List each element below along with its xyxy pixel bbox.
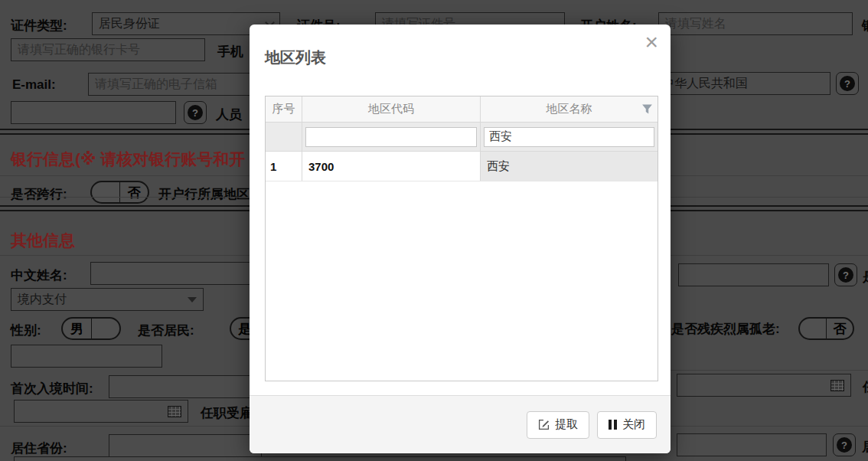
nationality-help-button[interactable]: ?: [836, 72, 859, 95]
toggle-empty-cell: [91, 319, 120, 338]
province-input[interactable]: [109, 434, 262, 457]
disabled-elder-toggle[interactable]: 否: [798, 317, 854, 340]
table-row[interactable]: 1 3700 西安: [266, 152, 658, 181]
name-filter-input[interactable]: [484, 127, 654, 147]
province-field-wrap: [109, 434, 262, 457]
edit-icon: [538, 419, 550, 430]
misc-field-wrap: [11, 101, 176, 124]
toggle-empty-cell: [800, 319, 826, 338]
header-no: 序号: [266, 96, 302, 122]
modal-footer: 提取 关闭: [250, 395, 671, 453]
mobile-label: 手机: [217, 43, 243, 60]
payment-method-select[interactable]: 境内支付: [11, 288, 204, 311]
question-icon: ?: [840, 76, 855, 91]
misc-help-button[interactable]: ?: [184, 101, 207, 124]
id-type-label: 证件类型:: [11, 17, 67, 34]
date-input[interactable]: [14, 400, 188, 423]
bank-section-title: 银行信息(※ 请核对银行账号和开: [11, 149, 245, 170]
province-label: 居住省份:: [11, 440, 67, 457]
toggle-value: 否: [119, 182, 148, 202]
modal-title: 地区列表: [265, 47, 326, 68]
toggle-value: 男: [63, 319, 91, 338]
bank-region-label: 开户行所属地区: [158, 185, 250, 203]
id-type-value: 居民身份证: [99, 16, 160, 32]
filter-name-cell: [481, 123, 658, 151]
extract-button-label: 提取: [555, 417, 578, 432]
question-icon: ?: [837, 437, 852, 453]
row11-field-wrap: [11, 345, 162, 368]
account-name-input[interactable]: [658, 12, 853, 35]
header-name-label: 地区名称: [547, 102, 592, 116]
clipped-label-row12: 任: [863, 378, 868, 396]
account-name-field-wrap: [658, 12, 853, 35]
header-name: 地区名称: [481, 96, 658, 122]
dropdown-arrow-icon: [188, 297, 197, 302]
right-field-wrap: [678, 263, 829, 286]
close-icon[interactable]: ×: [644, 31, 658, 54]
right-row8-input[interactable]: [678, 263, 829, 286]
email-label: E-mail:: [12, 77, 56, 93]
misc-input[interactable]: [11, 101, 176, 124]
row-code-cell[interactable]: 3700: [302, 152, 481, 181]
table-header-row: 序号 地区代码 地区名称: [266, 96, 658, 123]
calendar-icon[interactable]: [830, 380, 844, 391]
calendar-icon[interactable]: [168, 406, 181, 417]
row11-input[interactable]: [11, 345, 162, 368]
close-button-label: 关闭: [622, 417, 645, 432]
filter-code-cell: [302, 123, 481, 151]
table-filter-row: [266, 123, 658, 152]
clipped-label-row1: 银: [862, 17, 868, 34]
gender-toggle[interactable]: 男: [61, 317, 121, 340]
row-name-cell[interactable]: 西安: [481, 152, 658, 181]
resident-label: 是否居民:: [138, 322, 194, 339]
bank-card-field-wrap: [11, 38, 205, 61]
clipped-label-row14: 居: [862, 438, 868, 456]
cross-bank-label: 是否跨行:: [11, 185, 67, 203]
chinese-name-label: 中文姓名:: [11, 266, 67, 284]
toggle-empty-cell: [92, 182, 119, 202]
disabled-elder-label: 是否残疾烈属孤老:: [671, 320, 780, 338]
divider: [671, 370, 868, 371]
row8-help-button[interactable]: ?: [834, 263, 857, 286]
filter-funnel-icon[interactable]: [641, 103, 653, 117]
right-date-input[interactable]: [677, 374, 851, 397]
province-help-button[interactable]: ?: [833, 433, 856, 456]
question-icon: ?: [838, 267, 853, 283]
region-list-modal: 地区列表 × 序号 地区代码 地区名称: [250, 25, 671, 453]
cross-bank-toggle[interactable]: 否: [90, 181, 149, 204]
first-entry-label: 首次入境时间:: [11, 380, 93, 397]
personnel-label: 人员: [216, 106, 242, 123]
other-section-title: 其他信息: [11, 230, 75, 251]
right-province-field-wrap: [677, 433, 827, 456]
filter-no-cell: [266, 123, 302, 151]
code-filter-input[interactable]: [305, 127, 477, 147]
region-table: 序号 地区代码 地区名称: [265, 96, 658, 381]
gender-label: 性别:: [11, 322, 41, 339]
row-no-cell[interactable]: 1: [266, 152, 302, 181]
pause-icon: [609, 420, 617, 430]
next-row-input-sliver: [14, 456, 626, 461]
modal-close-button[interactable]: 关闭: [597, 411, 657, 439]
bank-card-input[interactable]: [11, 38, 205, 61]
extract-button[interactable]: 提取: [527, 411, 589, 439]
header-code: 地区代码: [302, 96, 481, 122]
payment-method-value: 境内支付: [18, 292, 67, 308]
app-screen: 证件类型: 居民身份证 证件号: 开户姓名: 银 手机 E-mail: 中华人民…: [0, 0, 868, 461]
toggle-value: 否: [826, 319, 853, 338]
clipped-label-row8: 是: [863, 268, 868, 286]
question-icon: ?: [188, 105, 203, 120]
nationality-value: 中华人民共和国: [662, 76, 748, 92]
right-province-input[interactable]: [677, 433, 827, 456]
